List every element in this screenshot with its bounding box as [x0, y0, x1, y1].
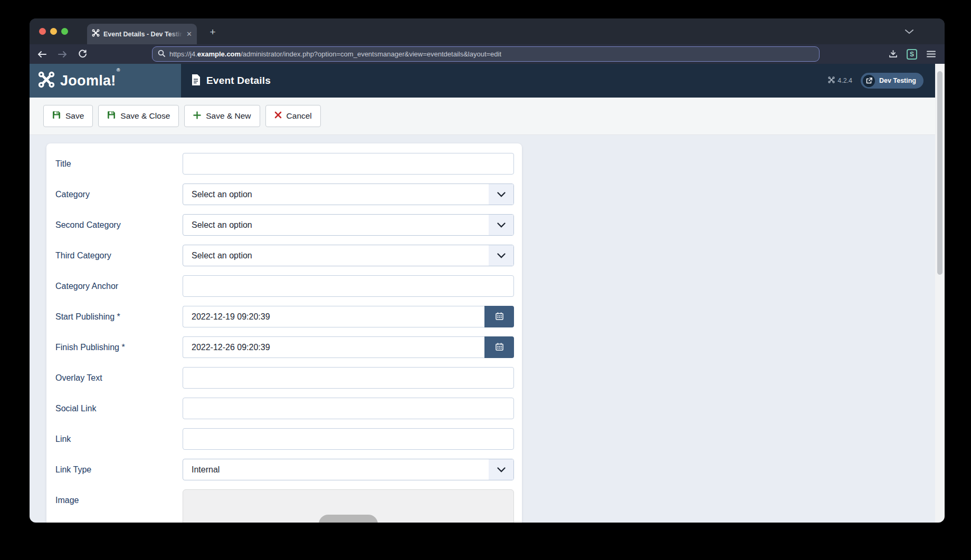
calendar-icon — [496, 343, 503, 352]
calendar-icon — [496, 312, 503, 322]
category-select[interactable]: Select an option — [183, 184, 514, 205]
tab-title: Event Details - Dev Testing - Ad — [103, 30, 183, 38]
traffic-light-minimize[interactable] — [50, 28, 57, 35]
address-bar[interactable]: https://j4.example.com/administrator/ind… — [152, 46, 820, 62]
category-anchor-input[interactable] — [183, 275, 514, 297]
form-row-image: Image — [55, 489, 514, 523]
chevron-down-icon — [489, 184, 513, 205]
browser-nav-bar: https://j4.example.com/administrator/ind… — [30, 44, 945, 64]
search-icon — [158, 50, 165, 59]
joomla-brand: Joomla!® — [30, 64, 181, 98]
edit-toolbar: Save Save & Close — [30, 98, 935, 135]
start-publishing-label: Start Publishing * — [55, 306, 183, 327]
link-type-select[interactable]: Internal — [183, 459, 514, 480]
form-row-third-category: Third Category Select an option — [55, 245, 514, 266]
tab-favicon-joomla-icon — [92, 29, 100, 39]
form-row-overlay-text: Overlay Text — [55, 367, 514, 389]
finish-publishing-label: Finish Publishing * — [55, 336, 183, 358]
third-category-label: Third Category — [55, 245, 183, 266]
second-category-select[interactable]: Select an option — [183, 214, 514, 236]
start-publishing-input[interactable]: 2022-12-19 09:20:39 — [183, 306, 484, 327]
form-row-category-anchor: Category Anchor — [55, 275, 514, 297]
back-button[interactable] — [36, 48, 49, 61]
admin-content-area: Title Category Select an option — [30, 135, 935, 523]
social-link-label: Social Link — [55, 398, 183, 419]
form-row-finish-publishing: Finish Publishing * 2022-12-26 09:20:39 — [55, 336, 514, 358]
downloads-icon[interactable] — [887, 48, 899, 61]
overlay-text-input[interactable] — [183, 367, 514, 389]
tab-close-icon[interactable]: ✕ — [186, 31, 192, 37]
form-row-start-publishing: Start Publishing * 2022-12-19 09:20:39 — [55, 306, 514, 327]
dev-testing-button[interactable]: Dev Testing — [861, 73, 924, 89]
category-label: Category — [55, 184, 183, 205]
start-publishing-calendar-button[interactable] — [484, 306, 514, 327]
form-row-social-link: Social Link — [55, 398, 514, 419]
form-row-link-type: Link Type Internal — [55, 459, 514, 480]
scrollbar-thumb[interactable] — [937, 71, 943, 275]
reload-button[interactable] — [76, 48, 89, 61]
brand-wordmark: Joomla!® — [60, 73, 120, 89]
image-field-dropzone[interactable] — [183, 489, 514, 523]
image-select-button[interactable] — [319, 515, 378, 523]
plus-icon — [193, 111, 201, 121]
page-scrollbar[interactable] — [935, 64, 945, 523]
image-label: Image — [55, 489, 183, 523]
save-icon — [52, 111, 61, 121]
browser-tab-bar: Event Details - Dev Testing - Ad ✕ + — [30, 18, 945, 44]
save-icon — [107, 111, 116, 121]
form-row-category: Category Select an option — [55, 184, 514, 205]
desktop-background: Event Details - Dev Testing - Ad ✕ + — [0, 0, 971, 560]
form-row-title: Title — [55, 153, 514, 175]
finish-publishing-calendar-button[interactable] — [484, 336, 514, 358]
document-icon — [192, 74, 201, 88]
chevron-down-icon — [489, 459, 513, 480]
external-link-icon — [863, 75, 875, 87]
form-row-link: Link — [55, 428, 514, 450]
title-label: Title — [55, 153, 183, 175]
cancel-button[interactable]: Cancel — [265, 105, 321, 127]
overlay-text-label: Overlay Text — [55, 367, 183, 389]
finish-publishing-input[interactable]: 2022-12-26 09:20:39 — [183, 336, 484, 358]
link-input[interactable] — [183, 428, 514, 450]
extension-s-icon[interactable]: S — [907, 49, 917, 60]
chevron-down-icon — [489, 245, 513, 266]
forward-button[interactable] — [56, 48, 69, 61]
browser-tab[interactable]: Event Details - Dev Testing - Ad ✕ — [87, 24, 197, 44]
save-new-button[interactable]: Save & New — [184, 105, 260, 127]
menu-hamburger-icon[interactable] — [925, 48, 937, 61]
cancel-x-icon — [274, 111, 282, 121]
title-input[interactable] — [183, 153, 514, 175]
joomla-version-icon — [828, 76, 835, 85]
page-title: Event Details — [192, 74, 271, 88]
event-details-form-card: Title Category Select an option — [46, 143, 522, 523]
second-category-label: Second Category — [55, 214, 183, 236]
save-button[interactable]: Save — [43, 105, 93, 127]
form-row-second-category: Second Category Select an option — [55, 214, 514, 236]
new-tab-button[interactable]: + — [207, 26, 218, 38]
joomla-logo-icon — [38, 71, 55, 90]
tab-overview-chevron-icon[interactable] — [903, 27, 915, 36]
traffic-light-close[interactable] — [39, 28, 46, 35]
joomla-version: 4.2.4 — [828, 76, 852, 85]
traffic-light-zoom[interactable] — [61, 28, 68, 35]
third-category-select[interactable]: Select an option — [183, 245, 514, 266]
link-type-label: Link Type — [55, 459, 183, 480]
url-text: https://j4.example.com/administrator/ind… — [169, 50, 501, 58]
social-link-input[interactable] — [183, 398, 514, 419]
chevron-down-icon — [489, 215, 513, 235]
save-close-button[interactable]: Save & Close — [98, 105, 179, 127]
admin-header: Joomla!® Event Details — [30, 64, 935, 98]
category-anchor-label: Category Anchor — [55, 275, 183, 297]
browser-window: Event Details - Dev Testing - Ad ✕ + — [30, 18, 945, 523]
link-label: Link — [55, 428, 183, 450]
